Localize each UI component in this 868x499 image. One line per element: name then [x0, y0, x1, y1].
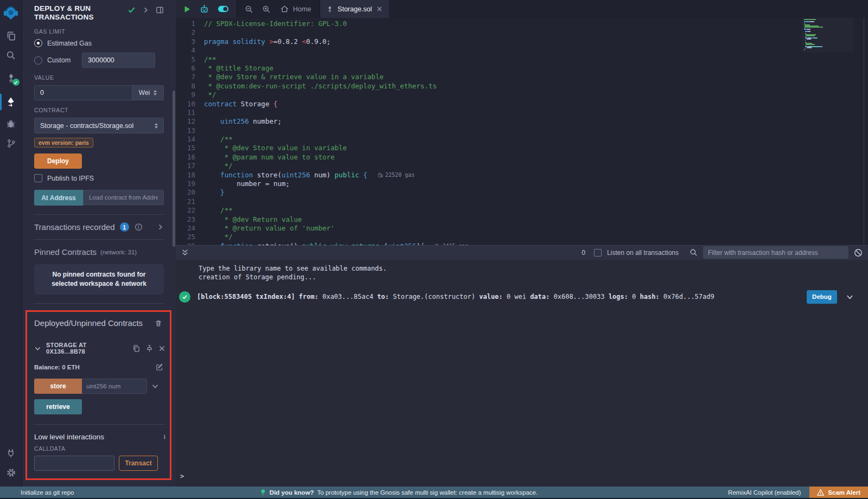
sidebar-item-debugger[interactable]	[0, 114, 22, 133]
edit-balance-icon[interactable]	[156, 363, 163, 371]
close-tab-icon[interactable]	[376, 6, 382, 12]
line-number: 12	[176, 117, 204, 126]
calldata-input[interactable]	[34, 456, 114, 471]
custom-gas-radio[interactable]	[34, 56, 42, 65]
custom-gas-input[interactable]	[82, 53, 155, 68]
clear-terminal-icon[interactable]	[854, 248, 863, 257]
code-line: 15 * @dev Store value in variable	[176, 144, 868, 152]
pin-panel-icon[interactable]	[156, 6, 164, 14]
sidebar-item-plugin-manager[interactable]	[0, 443, 22, 463]
retrieve-function-button[interactable]: retrieve	[34, 399, 82, 414]
contract-select[interactable]: Storage - contracts/Storage.sol	[34, 118, 164, 133]
listen-all-checkbox[interactable]	[594, 249, 602, 257]
transactions-recorded-row: Transactions recorded 1	[22, 215, 176, 232]
did-you-know-tip: Did you know? To prototype using the Gno…	[260, 489, 538, 496]
terminal[interactable]: Type the library name to see available c…	[176, 260, 868, 487]
line-number: 4	[176, 46, 204, 55]
line-number: 9	[176, 91, 204, 99]
zoom-out-icon[interactable]	[245, 5, 253, 14]
sidebar-item-search[interactable]	[0, 46, 22, 65]
at-address-input[interactable]	[83, 190, 164, 205]
sidebar-item-git[interactable]	[0, 133, 22, 153]
line-number: 11	[176, 108, 204, 117]
collapse-terminal-icon[interactable]	[181, 248, 189, 257]
pinned-empty-line1: No pinned contracts found for	[53, 271, 146, 278]
line-number: 16	[176, 153, 204, 162]
custom-gas-option-label: Custom	[47, 56, 71, 64]
divider	[34, 303, 164, 304]
pinned-contracts-title: Pinned Contracts	[34, 247, 97, 257]
sidebar-item-settings[interactable]	[0, 463, 22, 482]
transactions-count-badge: 1	[120, 222, 129, 232]
line-number: 3	[176, 37, 204, 46]
expand-transactions-chevron-icon[interactable]	[157, 223, 164, 231]
balance-label: Balance: 0 ETH	[34, 364, 80, 370]
panel-scrollbar[interactable]	[173, 91, 175, 247]
code-line: 6 * @title Storage	[176, 64, 868, 73]
line-number: 25	[176, 233, 204, 241]
estimated-gas-radio[interactable]	[34, 39, 42, 47]
store-function-button[interactable]: store	[34, 379, 82, 394]
publish-ipfs-checkbox[interactable]	[34, 174, 42, 182]
deploy-button[interactable]: Deploy	[34, 153, 82, 169]
expand-tx-chevron-icon[interactable]	[846, 293, 854, 301]
tab-storage-sol[interactable]: Storage.sol	[320, 0, 388, 18]
remix-logo[interactable]	[0, 0, 22, 26]
copy-address-icon[interactable]	[132, 344, 141, 353]
listen-all-label: Listen on all transactions	[607, 249, 679, 257]
code-editor[interactable]: 1// SPDX-License-Identifier: GPL-3.023pr…	[176, 18, 868, 245]
sidebar-item-solidity-compiler[interactable]	[0, 68, 22, 88]
store-arg-input[interactable]	[82, 379, 147, 394]
chevron-down-icon[interactable]	[34, 345, 41, 352]
at-address-button[interactable]: At Address	[34, 190, 83, 206]
close-contract-icon[interactable]	[158, 345, 165, 352]
deployed-contract-name: STORAGE AT 0X136...8B78	[46, 342, 127, 355]
tx-summary-text: [block:5583405 txIndex:4] from: 0xa03...…	[197, 293, 714, 300]
value-input[interactable]	[34, 85, 132, 100]
code-line: 4	[176, 46, 868, 55]
editor-minimap[interactable]	[802, 18, 853, 53]
stepper-arrows-icon	[154, 90, 157, 95]
code-line: 2	[176, 28, 868, 37]
gas-estimate-annotation: 22520 gas	[378, 171, 414, 180]
estimated-gas-option[interactable]: Estimated Gas	[34, 39, 164, 47]
scam-alert-button[interactable]: Scam Alert	[809, 487, 868, 498]
sidebar-item-file-explorer[interactable]	[0, 26, 22, 46]
terminal-log-line: creation of Storage pending...	[199, 273, 868, 282]
code-line: 7 * @dev Store & retrieve value in a var…	[176, 73, 868, 81]
lightbulb-icon	[260, 489, 266, 496]
chevron-right-icon[interactable]	[142, 7, 149, 14]
trash-icon[interactable]	[155, 319, 162, 327]
copilot-toggle-icon[interactable]	[218, 5, 229, 13]
transactions-recorded-label: Transactions recorded	[34, 222, 115, 232]
code-line: 16 * @param num value to store	[176, 153, 868, 162]
sidebar-item-deploy-and-run[interactable]	[0, 92, 22, 112]
code-line: 1// SPDX-License-Identifier: GPL-3.0	[176, 20, 868, 28]
editor-scrollbar[interactable]	[864, 18, 864, 245]
transaction-row[interactable]: [block:5583405 txIndex:4] from: 0xa03...…	[179, 290, 868, 304]
debug-button[interactable]: Debug	[807, 290, 837, 304]
git-init-status[interactable]: Initialize as git repo	[21, 489, 74, 496]
pinned-empty-note: No pinned contracts found for selected w…	[34, 264, 164, 295]
tab-home[interactable]: Home	[279, 5, 312, 13]
panel-title: DEPLOY & RUN TRANSACTIONS	[34, 4, 116, 22]
terminal-filter-input[interactable]	[703, 246, 848, 259]
expand-args-chevron-icon[interactable]	[151, 382, 159, 390]
info-icon: i	[163, 432, 165, 441]
terminal-prompt[interactable]: >	[180, 472, 184, 480]
zoom-in-icon[interactable]	[262, 5, 271, 14]
tx-success-icon	[179, 291, 190, 303]
code-line: 24 * @return value of 'number'	[176, 224, 868, 233]
transact-button[interactable]: Transact	[119, 456, 158, 471]
estimated-gas-option-label: Estimated Gas	[47, 40, 92, 47]
copilot-status[interactable]: RemixAI Copilot (enabled)	[728, 489, 801, 496]
terminal-search-icon	[690, 248, 698, 257]
value-unit-select[interactable]: Wei	[132, 85, 164, 100]
compile-success-badge	[12, 79, 20, 86]
pin-contract-icon[interactable]	[145, 344, 154, 353]
line-number: 23	[176, 215, 204, 224]
pinned-empty-line2: selected workspace & network	[52, 280, 146, 287]
run-script-play-icon[interactable]	[183, 5, 191, 13]
ai-copilot-robot-icon[interactable]	[200, 4, 209, 14]
code-line: 22 /**	[176, 206, 868, 215]
